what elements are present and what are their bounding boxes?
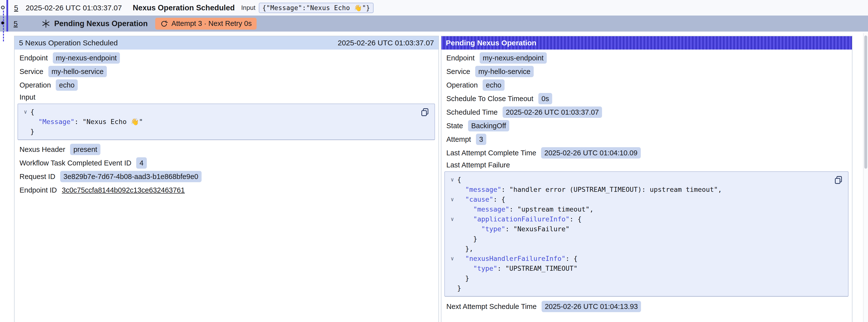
code-text: "nexusHandlerFailureInfo": { xyxy=(457,254,578,264)
code-line: "type": "NexusFailure" xyxy=(447,224,831,234)
event-history-rows: 5 2025-02-26 UTC 01:03:37.07 Nexus Opera… xyxy=(0,0,868,32)
field-label: Workflow Task Completed Event ID xyxy=(20,159,131,167)
event-id-link[interactable]: 5 xyxy=(14,4,18,12)
field-label: State xyxy=(446,122,463,130)
event-id-link[interactable]: 5 xyxy=(13,20,18,28)
gutter-spacer xyxy=(447,273,457,283)
field-row: Scheduled Time2025-02-26 UTC 01:03:37.07 xyxy=(444,107,848,118)
pending-operation-card: Pending Nexus Operation Endpointmy-nexus… xyxy=(441,36,852,322)
gutter-spacer xyxy=(447,244,457,254)
code-text: "message": "handler error (UPSTREAM_TIME… xyxy=(457,185,722,195)
card-body: Endpointmy-nexus-endpointServicemy-hello… xyxy=(14,50,438,195)
field-list-top: Endpointmy-nexus-endpointServicemy-hello… xyxy=(18,53,435,91)
field-value-chip: 3e829b7e-7d67-4b08-aad3-b1e868bfe9e0 xyxy=(60,171,202,182)
field-row: Endpointmy-nexus-endpoint xyxy=(444,53,848,63)
timeline-node-hollow-icon xyxy=(1,6,5,9)
copy-button[interactable] xyxy=(420,107,430,117)
card-body: Endpointmy-nexus-endpointServicemy-hello… xyxy=(441,50,852,312)
collapse-chevron-icon[interactable]: ∨ xyxy=(447,214,457,224)
field-value-chip: 3 xyxy=(476,134,486,145)
field-row: Schedule To Close Timeout0s xyxy=(444,93,848,104)
field-row-endpoint-id: Endpoint ID 3c0c75ccfa8144b092c13ce63246… xyxy=(18,185,435,195)
field-row: Operationecho xyxy=(444,79,848,91)
gutter-spacer xyxy=(447,264,457,273)
field-value-chip: 0s xyxy=(538,93,552,104)
field-label: Endpoint xyxy=(446,54,475,62)
collapse-chevron-icon[interactable]: ∨ xyxy=(21,107,30,117)
field-value-chip: echo xyxy=(483,79,504,91)
input-value-chip[interactable]: {"Message":"Nexus Echo 👋"} xyxy=(259,3,374,13)
card-header-pending: Pending Nexus Operation xyxy=(441,36,852,50)
event-row-pending[interactable]: 5 Pending Nexus Operation Attempt 3 · Ne… xyxy=(0,15,868,32)
field-label: Endpoint ID xyxy=(20,186,57,194)
code-line: "message": "handler error (UPSTREAM_TIME… xyxy=(447,185,831,195)
scrollbar-thumb[interactable] xyxy=(864,35,867,169)
copy-icon xyxy=(834,175,843,185)
code-line: } xyxy=(447,283,831,293)
selection-bar xyxy=(6,0,8,32)
pending-asterisk-icon xyxy=(41,19,50,28)
field-label: Nexus Header xyxy=(20,146,65,154)
field-row-next-attempt: Next Attempt Schedule Time 2025-02-26 UT… xyxy=(444,301,848,312)
code-line: "type": "UPSTREAM_TIMEOUT" xyxy=(447,264,831,273)
field-row: Servicemy-hello-service xyxy=(18,66,435,77)
code-line: ∨{ xyxy=(21,107,417,117)
code-line: } xyxy=(447,273,831,283)
field-value-chip: 4 xyxy=(136,157,147,169)
field-value-chip: my-hello-service xyxy=(475,66,534,77)
card-header-title: 5 Nexus Operation Scheduled xyxy=(19,39,118,47)
code-text: } xyxy=(457,234,477,244)
field-value-chip: my-nexus-endpoint xyxy=(479,52,547,64)
field-label: Operation xyxy=(20,81,51,89)
field-row: Nexus Headerpresent xyxy=(18,144,435,155)
field-label: Request ID xyxy=(20,172,55,181)
code-line: ∨"applicationFailureInfo": { xyxy=(447,214,831,224)
field-row: Request ID3e829b7e-7d67-4b08-aad3-b1e868… xyxy=(18,171,435,182)
retry-icon xyxy=(160,20,168,28)
field-row: Workflow Task Completed Event ID4 xyxy=(18,158,435,168)
field-list-bottom: Nexus HeaderpresentWorkflow Task Complet… xyxy=(18,144,435,182)
collapse-chevron-icon[interactable]: ∨ xyxy=(447,254,457,264)
code-line: ∨{ xyxy=(447,175,831,185)
event-timestamp: 2025-02-26 UTC 01:03:37.07 xyxy=(26,4,122,12)
field-label: Service xyxy=(446,68,470,76)
field-label: Last Attempt Complete Time xyxy=(446,149,536,157)
collapse-chevron-icon[interactable]: ∨ xyxy=(447,195,457,204)
field-label: Service xyxy=(20,68,43,76)
field-value-chip: BackingOff xyxy=(468,120,509,131)
field-row: StateBackingOff xyxy=(444,120,848,131)
field-value-chip: 2025-02-26 UTC 01:04:13.93 xyxy=(541,301,641,312)
field-label: Attempt xyxy=(446,135,471,143)
code-text: "Message": "Nexus Echo 👋" xyxy=(30,117,143,127)
retry-badge-label: Attempt 3 · Next Retry 0s xyxy=(172,20,252,28)
code-text: "cause": { xyxy=(457,195,505,204)
endpoint-id-link[interactable]: 3c0c75ccfa8144b092c13ce632463761 xyxy=(62,186,185,194)
input-label: Input xyxy=(241,4,255,11)
field-list: Endpointmy-nexus-endpointServicemy-hello… xyxy=(444,53,848,158)
field-value-chip: 2025-02-26 UTC 01:03:37.07 xyxy=(503,106,602,118)
field-value-chip: my-hello-service xyxy=(49,66,107,77)
code-line: } xyxy=(447,234,831,244)
gutter-spacer xyxy=(447,224,457,234)
scrollbar-track[interactable] xyxy=(863,33,868,322)
field-value-chip: echo xyxy=(56,79,78,91)
code-line: }, xyxy=(447,244,831,254)
code-text: }, xyxy=(457,244,473,254)
copy-button[interactable] xyxy=(834,175,843,185)
gutter-spacer xyxy=(447,204,457,214)
failure-section-label: Last Attempt Failure xyxy=(446,161,848,170)
card-header-timestamp: 2025-02-26 UTC 01:03:37.07 xyxy=(338,39,434,47)
event-row-scheduled[interactable]: 5 2025-02-26 UTC 01:03:37.07 Nexus Opera… xyxy=(0,0,868,15)
code-line: ∨"cause": { xyxy=(447,195,831,204)
field-row: Operationecho xyxy=(18,79,435,91)
field-row: Last Attempt Complete Time2025-02-26 UTC… xyxy=(444,148,848,158)
code-line: } xyxy=(21,127,417,137)
card-header-scheduled: 5 Nexus Operation Scheduled 2025-02-26 U… xyxy=(14,36,438,50)
code-text: "type": "UPSTREAM_TIMEOUT" xyxy=(457,264,578,273)
field-label: Endpoint xyxy=(20,54,48,62)
field-label: Next Attempt Schedule Time xyxy=(446,302,537,311)
code-text: "message": "upstream timeout", xyxy=(457,204,594,214)
collapse-chevron-icon[interactable]: ∨ xyxy=(447,175,457,185)
code-text: } xyxy=(457,283,461,293)
input-section-label: Input xyxy=(20,93,435,102)
